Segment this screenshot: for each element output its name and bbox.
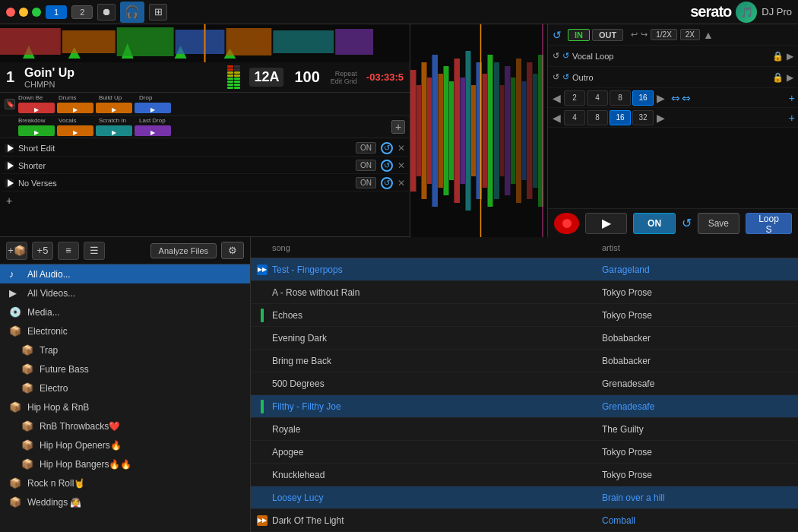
analyze-files-button[interactable]: Analyze Files <box>150 243 217 258</box>
sync-icon-1[interactable]: ↺ <box>553 29 562 41</box>
track-row-9[interactable]: Knucklehead Tokyo Prose <box>251 464 798 486</box>
record-button[interactable] <box>554 213 579 234</box>
cue-btn-last-drop[interactable]: ▶ <box>135 125 171 136</box>
sidebar-item-hip-hop-openers[interactable]: 📦 Hip Hop Openers🔥 <box>0 435 250 454</box>
cue-btn-scratch[interactable]: ▶ <box>96 125 132 136</box>
sidebar-item-rock[interactable]: 📦 Rock n Roll🤘 <box>0 473 250 492</box>
loop1-play[interactable] <box>5 144 14 153</box>
sidebar-item-electronic[interactable]: 📦 Electronic <box>0 321 250 340</box>
sidebar-item-electro[interactable]: 📦 Electro <box>0 378 250 397</box>
close-button[interactable] <box>6 8 15 17</box>
loop-nav-arrows2[interactable]: ⇔ <box>682 92 691 104</box>
play-button[interactable]: ▶ <box>585 213 627 234</box>
detail-view-btn[interactable]: ☰ <box>84 242 105 260</box>
record-icon-btn[interactable]: ⏺ <box>97 4 116 21</box>
loop1-sync[interactable]: ↺ <box>381 142 393 154</box>
sidebar: +📦 +5 ≡ ☰ Analyze Files ⚙ ♪ All Audio...… <box>0 237 251 532</box>
cue-btn-down-be[interactable]: ▶ <box>18 103 55 113</box>
add-cue-button[interactable]: + <box>391 120 405 134</box>
vocal-loop-row: ↺ ↺ Vocal Loop 🔒 ▶ <box>548 46 798 67</box>
cue-btn-breakdown[interactable]: ▶ <box>18 125 55 136</box>
track-row-7[interactable]: Royale The Guilty <box>251 418 798 441</box>
openers-icon: 📦 <box>21 439 33 451</box>
track-row-4[interactable]: Bring me Back Bobabacker <box>251 350 798 372</box>
loop-s-button[interactable]: Loop S <box>746 213 792 234</box>
deck2-tab[interactable]: 2 <box>71 5 93 19</box>
sidebar-item-all-audio[interactable]: ♪ All Audio... <box>0 264 250 283</box>
cue-btn-vocals[interactable]: ▶ <box>57 125 93 136</box>
loop-nav-left-2[interactable]: ◀ <box>553 112 561 124</box>
loop1-remove[interactable]: ✕ <box>397 143 405 154</box>
in-button[interactable]: IN <box>568 29 590 41</box>
loop3-play[interactable] <box>5 179 14 188</box>
track-song-9: Knucklehead <box>272 470 602 480</box>
loop-num-2[interactable]: 2 <box>564 90 585 106</box>
half-speed-btn[interactable]: 1/2X <box>651 29 677 40</box>
loop-nav-right-1[interactable]: ▶ <box>657 92 665 104</box>
loop2-remove[interactable]: ✕ <box>397 160 405 171</box>
headphone-icon-btn[interactable]: 🎧 <box>120 2 144 23</box>
loop-back-icon[interactable]: ↩ <box>631 30 638 40</box>
sidebar-item-trap[interactable]: 📦 Trap <box>0 340 250 359</box>
minimize-button[interactable] <box>19 8 28 17</box>
cue-btn-drums[interactable]: ▶ <box>57 103 93 113</box>
cue-row-2: Breakdow Vocals Scratch In Last Drop ▶ ▶… <box>0 116 410 138</box>
sidebar-item-weddings[interactable]: 📦 Weddings 👰 <box>0 492 250 511</box>
track-row-1[interactable]: A - Rose without Rain Tokyo Prose <box>251 281 798 304</box>
loop-num-16b[interactable]: 16 <box>610 110 631 125</box>
on-button[interactable]: ON <box>633 213 675 234</box>
loop3-remove[interactable]: ✕ <box>397 178 405 188</box>
track-row-11[interactable]: ▶▶ Dark Of The Light Comball <box>251 509 798 532</box>
cue-bookmark[interactable]: 🔖 <box>5 99 15 109</box>
loop2-sync[interactable]: ↺ <box>381 160 393 172</box>
settings-button[interactable]: ⚙ <box>221 242 244 259</box>
sidebar-item-future-bass[interactable]: 📦 Future Bass <box>0 359 250 378</box>
loop-forward-icon[interactable]: ↪ <box>641 30 648 40</box>
maximize-button[interactable] <box>32 8 41 17</box>
deck1-tab[interactable]: 1 <box>46 5 67 19</box>
loop-num-16-active[interactable]: 16 <box>632 90 654 106</box>
add-loop-btn[interactable]: + <box>2 192 408 209</box>
sidebar-item-hip-hop[interactable]: 📦 Hip Hop & RnB <box>0 397 250 416</box>
track-row-5[interactable]: 500 Degrees Grenadesafe <box>251 372 798 395</box>
track-row-2[interactable]: Echoes Tokyo Prose <box>251 304 798 327</box>
sidebar-item-hip-hop-bangers[interactable]: 📦 Hip Hop Bangers🔥🔥 <box>0 454 250 473</box>
add-smart-btn[interactable]: +5 <box>32 242 53 260</box>
loop2-play[interactable] <box>5 161 14 170</box>
sidebar-item-media[interactable]: 💿 Media... <box>0 302 250 321</box>
sidebar-item-rnb-throwbacks[interactable]: 📦 RnB Throwbacks❤️ <box>0 416 250 435</box>
deck-number: 1 <box>6 68 18 86</box>
loop-num-4[interactable]: 4 <box>587 90 608 106</box>
track-row-8[interactable]: Apogee Tokyo Prose <box>251 441 798 464</box>
vocal-loop-sync[interactable]: ↺ <box>562 51 569 61</box>
loop-nav-arrows[interactable]: ⇔ <box>671 92 680 104</box>
sidebar-item-all-videos[interactable]: ▶ All Videos... <box>0 283 250 302</box>
loop-num-8b[interactable]: 8 <box>587 110 608 125</box>
cue-btn-drop[interactable]: ▶ <box>135 103 171 113</box>
track-row-10[interactable]: Loosey Lucy Brain over a hill <box>251 486 798 509</box>
loop3-sync[interactable]: ↺ <box>381 177 393 189</box>
loop-num-32[interactable]: 32 <box>632 110 654 125</box>
add-crate-btn[interactable]: +📦 <box>6 242 27 260</box>
loop-num-4b[interactable]: 4 <box>564 110 585 125</box>
grid-icon-btn[interactable]: ⊞ <box>149 4 167 21</box>
loop-add-btn2[interactable]: + <box>789 112 795 124</box>
outro-sync2[interactable]: ↺ <box>562 72 569 82</box>
loop-nav-right-2[interactable]: ▶ <box>657 112 665 124</box>
loop-add-btn[interactable]: + <box>789 92 795 104</box>
double-speed-btn[interactable]: 2X <box>680 29 700 40</box>
track-row-3[interactable]: Evening Dark Bobabacker <box>251 327 798 350</box>
loop-nav-left-1[interactable]: ◀ <box>553 92 561 104</box>
out-button[interactable]: OUT <box>592 29 623 41</box>
outro-sync1[interactable]: ↺ <box>553 72 559 82</box>
track-row-0[interactable]: ▶▶ Test - Fingerpops Garageland <box>251 258 798 281</box>
track-song-3: Evening Dark <box>272 333 602 344</box>
loop-num-8[interactable]: 8 <box>610 90 631 106</box>
cue-btn-build-up[interactable]: ▶ <box>96 103 132 113</box>
speed-up-icon[interactable]: ▲ <box>703 29 714 41</box>
track-row-6[interactable]: Filthy - Filthy Joe Grenadesafe <box>251 395 798 418</box>
save-button[interactable]: Save <box>698 213 739 234</box>
sync-loop-icon[interactable]: ↺ <box>682 216 692 230</box>
list-view-btn[interactable]: ≡ <box>58 242 79 260</box>
vocal-sync-icon[interactable]: ↺ <box>553 51 559 61</box>
